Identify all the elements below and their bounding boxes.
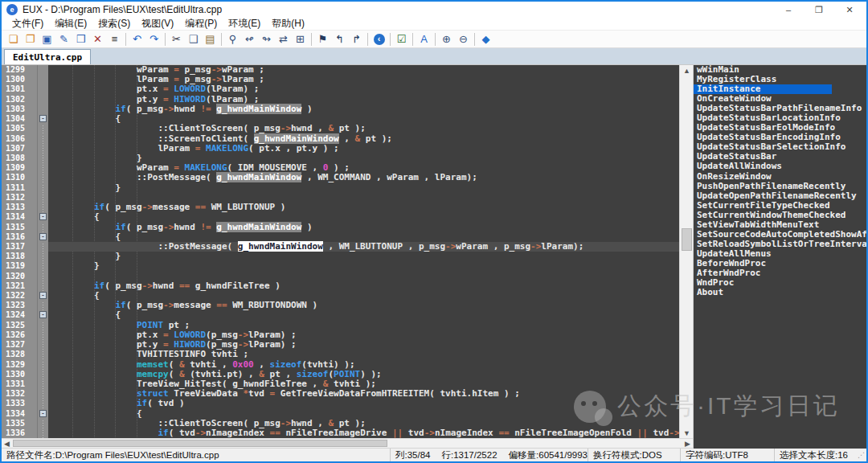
symbol-item[interactable]: About xyxy=(694,288,866,297)
code-line[interactable]: } xyxy=(48,261,679,271)
symbol-item[interactable]: SetCurrentFileTypeChecked xyxy=(694,201,866,211)
maximize-button[interactable]: ❐ xyxy=(804,2,834,18)
symbol-item[interactable]: OnCreateWindow xyxy=(694,94,866,104)
about-button[interactable]: ◆ xyxy=(477,31,494,47)
fold-marker-icon[interactable]: - xyxy=(39,410,47,417)
menu-item-program[interactable]: 编程(P) xyxy=(179,17,223,31)
code-line[interactable]: if( tvd ) xyxy=(48,399,679,408)
cut-button[interactable]: ✂ xyxy=(168,31,185,47)
symbol-item[interactable]: OnResizeWindow xyxy=(694,172,866,182)
menu-item-edit[interactable]: 编辑(E) xyxy=(49,17,92,31)
menu-item-help[interactable]: 帮助(H) xyxy=(266,17,310,31)
line-list-button[interactable]: ≡ xyxy=(106,31,123,47)
horizontal-scroll-thumb[interactable] xyxy=(13,440,387,447)
fold-marker-icon[interactable]: - xyxy=(39,292,47,299)
color-scheme-button[interactable]: A xyxy=(416,31,432,47)
close-button[interactable]: ✕ xyxy=(834,2,865,18)
scroll-left-arrow-icon[interactable]: ◀ xyxy=(2,439,12,449)
save-as-button[interactable]: ✎ xyxy=(55,31,72,47)
fold-marker-icon[interactable]: - xyxy=(39,233,47,240)
symbol-item[interactable]: UpdateAllMenus xyxy=(694,249,866,259)
code-line[interactable]: if( p_msg->hwnd == g_hwndFileTree ) xyxy=(48,281,679,291)
syntax-check-button[interactable]: ☑ xyxy=(393,31,410,47)
save-file-button[interactable]: ▣ xyxy=(39,31,55,47)
symbol-item[interactable]: MyRegisterClass xyxy=(694,75,866,84)
tab-editultra-cpp[interactable]: EditUltra.cpp xyxy=(4,49,91,64)
vertical-scrollbar[interactable]: ▲ ▼ xyxy=(679,65,693,439)
open-file-button[interactable]: ❐ xyxy=(22,31,39,47)
symbol-item[interactable]: SetCurrentWindowThemeChecked xyxy=(694,211,866,220)
menu-item-file[interactable]: 文件(F) xyxy=(6,17,49,31)
new-file-button[interactable]: ❏ xyxy=(5,31,22,47)
bookmark-prev-button[interactable]: ↰ xyxy=(331,31,348,47)
bookmark-next-button[interactable]: ↱ xyxy=(348,31,365,47)
fold-cell xyxy=(38,301,48,310)
menu-item-search[interactable]: 搜索(S) xyxy=(92,17,136,31)
vertical-scroll-thumb[interactable] xyxy=(682,228,692,251)
code-line[interactable]: } xyxy=(48,183,679,193)
symbol-item[interactable]: AfterWndProc xyxy=(694,268,866,278)
code-line[interactable]: if( p_msg->hwnd != g_hwndMainWindow ) xyxy=(48,104,679,114)
replace-icon: ⇄ xyxy=(279,33,288,45)
find-prev-button[interactable]: ↫ xyxy=(241,31,258,47)
code-token: = xyxy=(163,339,169,350)
code-line[interactable]: lParam = MAKELONG( pt.x , pt.y ) ; xyxy=(48,144,679,154)
symbol-item[interactable]: UpdateOpenPathFilenameRecently xyxy=(694,191,866,201)
symbol-item[interactable]: BeforeWndProc xyxy=(694,259,866,268)
symbol-item[interactable]: InitInstance xyxy=(694,84,832,94)
undo-button[interactable]: ↶ xyxy=(129,31,145,47)
scroll-down-arrow-icon[interactable]: ▼ xyxy=(680,428,694,439)
navigate-back-button[interactable]: ‹ xyxy=(371,31,387,47)
symbol-item[interactable]: UpdateStatusBarSelectionInfo xyxy=(694,142,866,152)
paste-button[interactable]: ▤ xyxy=(202,31,219,47)
symbol-item[interactable]: wWinMain xyxy=(694,65,866,75)
symbol-item[interactable]: UpdateAllWindows xyxy=(694,162,866,171)
code-token xyxy=(51,222,115,232)
find-button[interactable]: ⚲ xyxy=(224,31,241,47)
scroll-right-arrow-icon[interactable]: ▶ xyxy=(682,439,693,449)
symbol-item[interactable]: UpdateStatusBarPathFilenameInfo xyxy=(694,104,866,113)
code-token: ( IDM_MOUSEMOVE , xyxy=(227,162,323,173)
minimize-button[interactable]: – xyxy=(773,2,804,18)
symbol-item[interactable]: SetSourceCodeAutoCompletedShowAfter xyxy=(694,230,866,240)
fold-marker-icon[interactable]: - xyxy=(39,213,47,220)
symbol-item[interactable]: SetViewTabWidthMenuText xyxy=(694,220,866,230)
zoom-in-button[interactable]: ⊕ xyxy=(438,31,455,47)
redo-button[interactable]: ↷ xyxy=(145,31,162,47)
code-token: -> xyxy=(530,241,541,252)
close-file-button[interactable]: ✕ xyxy=(89,31,106,47)
code-line[interactable]: } xyxy=(48,252,679,261)
find-next-button[interactable]: ↬ xyxy=(258,31,275,47)
copy-button[interactable]: ❑ xyxy=(185,31,202,47)
fold-marker-icon[interactable]: - xyxy=(39,115,47,122)
symbol-item[interactable]: UpdateStatusBarEolModeInfo xyxy=(694,123,866,133)
bookmark-toggle-button[interactable]: ⚑ xyxy=(314,31,331,47)
code-line[interactable]: if( p_msg->hwnd != g_hwndMainWindow ) xyxy=(48,223,679,232)
symbol-item[interactable]: SetReloadSymbolListOrTreeIntervalMe xyxy=(694,240,866,249)
save-all-button[interactable]: ❒ xyxy=(72,31,89,47)
code-line-current[interactable]: ::PostMessage( g_hwndMainWindow , WM_LBU… xyxy=(48,242,679,252)
code-token: ::ClientToScreen( p_msg xyxy=(51,418,280,428)
line-number: 1328 xyxy=(2,350,37,359)
resize-grip-icon[interactable]: ⋰ xyxy=(857,451,866,459)
line-number: 1299 xyxy=(2,65,37,75)
menu-item-environment[interactable]: 环境(E) xyxy=(223,17,266,31)
code-line[interactable]: ::PostMessage( g_hwndMainWindow , WM_COM… xyxy=(48,173,679,182)
code-line[interactable]: if( p_msg->message == WM_LBUTTONUP ) xyxy=(48,203,679,212)
symbol-item[interactable]: UpdateStatusBarLocationInfo xyxy=(694,113,866,123)
scroll-up-arrow-icon[interactable]: ▲ xyxy=(680,65,694,76)
fold-marker-icon[interactable]: - xyxy=(39,311,47,318)
code-area[interactable]: wParam = p_msg->wParam ; lParam = p_msg-… xyxy=(48,65,679,439)
symbol-item[interactable]: WndProc xyxy=(694,278,866,288)
symbol-item[interactable]: UpdateStatusBar xyxy=(694,152,866,162)
symbol-item[interactable]: PushOpenPathFilenameRecently xyxy=(694,182,866,191)
symbol-item[interactable]: UpdateStatusBarEncodingInfo xyxy=(694,133,866,142)
zoom-out-button[interactable]: ⊖ xyxy=(455,31,472,47)
menu-item-view[interactable]: 视图(V) xyxy=(136,17,179,31)
horizontal-scrollbar[interactable]: ◀ ▶ xyxy=(2,438,693,448)
replace-button[interactable]: ⇄ xyxy=(275,31,292,47)
title-bar[interactable]: e EUX - D:\Program Files\EUX\test\EditUl… xyxy=(2,2,866,18)
code-line[interactable]: if( p_msg->message == WM_RBUTTONDOWN ) xyxy=(48,301,679,310)
code-line[interactable]: if( tvd->nImageIndex == nFileTreeImageDr… xyxy=(48,428,679,438)
replace-all-button[interactable]: ⊞ xyxy=(292,31,309,47)
